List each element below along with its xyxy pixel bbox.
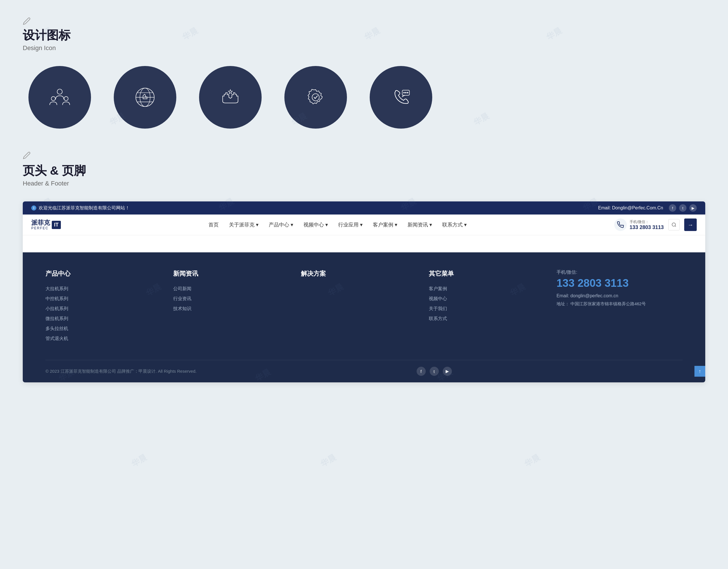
svg-point-1 — [51, 96, 55, 100]
section1-title-en: Design Icon — [23, 44, 705, 52]
header-footer-section: 页头 & 页脚 Header & Footer i 欢迎光临江苏派菲克智能制造有… — [23, 151, 705, 382]
footer-copyright: © 2023 江苏派菲克智能制造有限公司 品牌推广：甲晨设计. All Righ… — [45, 369, 197, 374]
footer-youtube-icon[interactable]: ▶ — [443, 367, 452, 376]
nav-video[interactable]: 视频中心 ▾ — [303, 221, 328, 228]
footer-col1-title: 产品中心 — [45, 269, 150, 278]
footer-facebook-icon[interactable]: f — [417, 367, 426, 376]
footer-link-duotou[interactable]: 多头拉丝机 — [45, 326, 150, 332]
logo-sub: PERFEC — [31, 226, 50, 230]
handshake-globe-icon-circle — [114, 66, 176, 129]
pencil-icon — [23, 17, 31, 25]
svg-point-9 — [312, 94, 319, 101]
footer-link-weiji[interactable]: 微拉机系列 — [45, 316, 150, 322]
website-preview: i 欢迎光临江苏派菲克智能制造有限公司网站！ Email: Donglin@Pe… — [23, 201, 705, 382]
footer-phone: 133 2803 3113 — [557, 277, 683, 290]
phone-label: 手机/微信： — [630, 219, 664, 224]
footer-address-text: 中国江苏张家港市锦丰镇格弄公路462号 — [570, 301, 646, 306]
design-icon-section: 设计图标 Design Icon — [23, 17, 705, 129]
svg-point-13 — [407, 92, 408, 93]
top-bar-right: Email: Donglin@Perfec.Com.Cn f t ▶ — [598, 204, 697, 212]
logo-icon: IT — [52, 221, 61, 229]
phone-text-area: 手机/微信： 133 2803 3113 — [630, 219, 664, 230]
svg-point-11 — [404, 92, 405, 93]
footer-email: Email: donglin@perfec.com.cn — [557, 293, 683, 299]
icons-row — [23, 66, 705, 129]
footer-col4-title: 其它菜单 — [429, 269, 534, 278]
cta-button[interactable]: → — [684, 218, 697, 231]
nav-cases[interactable]: 客户案例 ▾ — [373, 221, 397, 228]
footer-cols: 产品中心 大拉机系列 中控机系列 小拉机系列 微拉机系列 多头拉丝机 管式退火机… — [45, 269, 683, 360]
settings-check-icon-circle — [284, 66, 347, 129]
footer-link-xiaoji[interactable]: 小拉机系列 — [45, 306, 150, 312]
section2-label — [23, 151, 705, 160]
pencil-icon-2 — [23, 151, 31, 160]
nav-home[interactable]: 首页 — [208, 221, 219, 228]
phone-chat-icon-circle — [370, 66, 432, 129]
nav-products[interactable]: 产品中心 ▾ — [269, 221, 293, 228]
footer-address: 地址： 中国江苏张家港市锦丰镇格弄公路462号 — [557, 301, 683, 307]
nav-right: 手机/微信： 133 2803 3113 → — [614, 218, 697, 231]
footer-link-industry-news[interactable]: 行业资讯 — [173, 296, 278, 302]
twitter-icon[interactable]: t — [679, 204, 686, 212]
section1-title-cn: 设计图标 — [23, 27, 705, 43]
footer-link-tech[interactable]: 技术知识 — [173, 306, 278, 312]
youtube-icon[interactable]: ▶ — [689, 204, 697, 212]
footer-twitter-icon[interactable]: t — [430, 367, 439, 376]
footer-link-cases[interactable]: 客户案例 — [429, 286, 534, 292]
handshake-globe-icon — [132, 84, 158, 110]
nav-news[interactable]: 新闻资讯 ▾ — [408, 221, 432, 228]
logo-name: 派菲克 — [31, 219, 50, 226]
svg-point-0 — [57, 89, 62, 94]
footer-col-news: 新闻资讯 公司新闻 行业资讯 技术知识 — [173, 269, 278, 346]
footer-social: f t ▶ — [417, 367, 452, 376]
logo-text-area: 派菲克 PERFEC — [31, 219, 50, 230]
footer-col-products: 产品中心 大拉机系列 中控机系列 小拉机系列 微拉机系列 多头拉丝机 管式退火机 — [45, 269, 150, 346]
phone-icon-circle — [614, 218, 627, 231]
footer-col-other: 其它菜单 客户案例 视频中心 关于我们 联系方式 — [429, 269, 534, 346]
footer-col3-title: 解决方案 — [301, 269, 406, 278]
main-nav: 派菲克 PERFEC IT 首页 关于派菲克 ▾ 产品中心 ▾ 视频中心 ▾ 行… — [23, 214, 705, 235]
top-bar: i 欢迎光临江苏派菲克智能制造有限公司网站！ Email: Donglin@Pe… — [23, 201, 705, 214]
search-button[interactable] — [668, 219, 680, 230]
footer-link-contact[interactable]: 联系方式 — [429, 316, 534, 322]
nav-industry[interactable]: 行业应用 ▾ — [338, 221, 363, 228]
svg-point-2 — [64, 96, 68, 100]
topbar-email: Email: Donglin@Perfec.Com.Cn — [598, 205, 663, 210]
section1-label — [23, 17, 705, 25]
footer-link-guanshi[interactable]: 管式退火机 — [45, 336, 150, 342]
top-bar-left: i 欢迎光临江苏派菲克智能制造有限公司网站！ — [31, 205, 130, 211]
footer-col2-title: 新闻资讯 — [173, 269, 278, 278]
footer-link-dajiji[interactable]: 大拉机系列 — [45, 286, 150, 292]
logo-area: 派菲克 PERFEC IT — [31, 219, 61, 230]
section2-title-cn: 页头 & 页脚 — [23, 163, 705, 179]
back-to-top-button[interactable]: ↑ — [694, 366, 705, 377]
team-icon-circle — [28, 66, 91, 129]
footer-preview: 产品中心 大拉机系列 中控机系列 小拉机系列 微拉机系列 多头拉丝机 管式退火机… — [23, 252, 705, 382]
footer-contact-label: 手机/微信: — [557, 269, 683, 275]
footer-col-solutions: 解决方案 — [301, 269, 406, 346]
footer-link-video[interactable]: 视频中心 — [429, 296, 534, 302]
footer-bottom: © 2023 江苏派菲克智能制造有限公司 品牌推广：甲晨设计. All Righ… — [45, 360, 683, 382]
footer-link-about[interactable]: 关于我们 — [429, 306, 534, 312]
nav-about[interactable]: 关于派菲克 ▾ — [229, 221, 258, 228]
team-icon — [47, 84, 73, 110]
footer-col-contact: 手机/微信: 133 2803 3113 Email: donglin@perf… — [557, 269, 683, 346]
footer-link-zhongkong[interactable]: 中控机系列 — [45, 296, 150, 302]
hands-together-icon — [218, 84, 243, 110]
phone-number-nav: 133 2803 3113 — [630, 224, 664, 230]
section2-title-en: Header & Footer — [23, 180, 705, 187]
info-icon: i — [31, 205, 36, 210]
social-icons: f t ▶ — [669, 204, 697, 212]
footer-address-label: 地址： — [557, 301, 569, 306]
phone-chat-icon — [388, 84, 414, 110]
hands-together-icon-circle — [199, 66, 262, 129]
footer-link-company-news[interactable]: 公司新闻 — [173, 286, 278, 292]
settings-check-icon — [303, 84, 328, 110]
facebook-icon[interactable]: f — [669, 204, 676, 212]
nav-contact[interactable]: 联系方式 ▾ — [442, 221, 467, 228]
svg-point-14 — [672, 223, 675, 226]
nav-links: 首页 关于派菲克 ▾ 产品中心 ▾ 视频中心 ▾ 行业应用 ▾ 客户案例 ▾ 新… — [208, 221, 467, 228]
svg-point-12 — [405, 92, 406, 93]
phone-area: 手机/微信： 133 2803 3113 — [614, 218, 664, 231]
topbar-message: 欢迎光临江苏派菲克智能制造有限公司网站！ — [39, 205, 130, 211]
